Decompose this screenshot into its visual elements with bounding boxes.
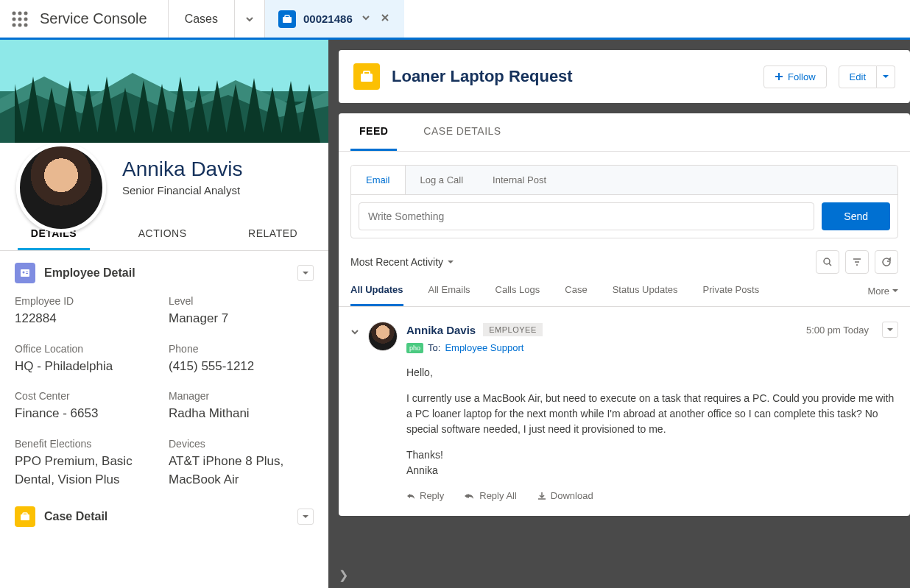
- briefcase-icon: [353, 63, 380, 90]
- field-value: AT&T iPhone 8 Plus, MacBook Air: [169, 453, 314, 489]
- svg-point-4: [18, 17, 22, 21]
- feed-filter-button[interactable]: [845, 250, 869, 274]
- filter-more[interactable]: More: [867, 284, 898, 306]
- to-label: To:: [428, 342, 440, 353]
- nav-item-cases[interactable]: Cases: [169, 0, 235, 38]
- feed-post: Annika Davis EMPLOYEE 5:00 pm Today pho …: [339, 307, 910, 516]
- triangle-down-icon: [883, 74, 889, 79]
- field-value: Radha Mithani: [169, 405, 314, 423]
- svg-point-2: [24, 11, 28, 15]
- post-badge: EMPLOYEE: [483, 323, 543, 336]
- download-icon: [537, 492, 546, 500]
- reply-all-button[interactable]: Reply All: [465, 490, 517, 501]
- edit-button[interactable]: Edit: [839, 65, 877, 88]
- field-value: HQ - Philadelphia: [15, 358, 160, 376]
- case-header-card: Loaner Laptop Request Follow Edit: [339, 50, 910, 103]
- post-time: 5:00 pm Today: [806, 325, 869, 336]
- panel-title: Case Detail: [44, 510, 289, 523]
- field-label: Phone: [169, 343, 314, 355]
- tab-actions[interactable]: ACTIONS: [125, 219, 200, 250]
- field-label: Manager: [169, 390, 314, 402]
- tab-feed[interactable]: FEED: [350, 113, 397, 151]
- chevron-down-icon: [245, 15, 254, 24]
- contact-card-icon: [15, 263, 35, 283]
- filter-calls-logs[interactable]: Calls Logs: [495, 284, 540, 306]
- app-launcher-icon[interactable]: [0, 0, 40, 38]
- triangle-down-icon: [448, 259, 454, 265]
- app-title: Service Console: [40, 0, 169, 38]
- feed-refresh-button[interactable]: [875, 250, 898, 274]
- composer-tab-email[interactable]: Email: [351, 166, 406, 194]
- person-name: Annika Davis: [122, 157, 328, 181]
- field-value: PPO Premium, Basic Dental, Vision Plus: [15, 453, 160, 489]
- to-recipient-link[interactable]: Employee Support: [445, 342, 523, 353]
- post-body: I currently use a MacBook Air, but need …: [406, 391, 898, 437]
- tab-case-details[interactable]: CASE DETAILS: [415, 113, 509, 151]
- reply-all-icon: [465, 492, 475, 500]
- filter-case[interactable]: Case: [565, 284, 587, 306]
- svg-point-1: [18, 11, 22, 15]
- chevron-down-icon: [361, 13, 370, 22]
- reply-icon: [406, 492, 415, 500]
- case-detail-panel: Case Detail: [0, 492, 328, 542]
- send-button[interactable]: Send: [822, 202, 890, 230]
- right-panel: Loaner Laptop Request Follow Edit FEED C…: [328, 40, 910, 588]
- follow-label: Follow: [788, 71, 816, 82]
- follow-button[interactable]: Follow: [763, 65, 827, 88]
- filter-icon: [852, 257, 862, 267]
- tab-dropdown[interactable]: [360, 13, 372, 24]
- field-label: Level: [169, 295, 314, 307]
- field-label: Devices: [169, 438, 314, 450]
- field-label: Cost Center: [15, 390, 160, 402]
- search-icon: [822, 257, 833, 267]
- field-value: (415) 555-1212: [169, 358, 314, 376]
- svg-point-5: [24, 17, 28, 21]
- filter-all-updates[interactable]: All Updates: [350, 284, 403, 306]
- briefcase-icon: [15, 506, 35, 527]
- svg-point-3: [13, 17, 16, 21]
- feed-search-button[interactable]: [816, 250, 839, 274]
- sort-label: Most Recent Activity: [350, 256, 443, 268]
- svg-rect-19: [364, 71, 370, 74]
- svg-rect-10: [285, 15, 289, 18]
- triangle-down-icon: [303, 514, 308, 520]
- post-menu[interactable]: [882, 322, 898, 338]
- next-item-button[interactable]: ❯: [339, 568, 348, 582]
- left-panel: Annika Davis Senior Financial Analyst DE…: [0, 40, 328, 588]
- svg-rect-12: [21, 269, 29, 277]
- post-avatar: [368, 322, 398, 351]
- filter-all-emails[interactable]: All Emails: [428, 284, 470, 306]
- field-label: Office Location: [15, 343, 160, 355]
- post-greeting: Hello,: [406, 365, 898, 380]
- svg-point-6: [13, 23, 16, 26]
- close-icon: [381, 13, 389, 22]
- plus-icon: [775, 72, 783, 81]
- edit-dropdown[interactable]: [877, 65, 895, 88]
- composer-tab-internal-post[interactable]: Internal Post: [478, 166, 561, 194]
- composer-tab-log-call[interactable]: Log a Call: [406, 166, 479, 194]
- field-label: Benefit Elections: [15, 438, 160, 450]
- panel-menu[interactable]: [297, 509, 314, 525]
- workspace-tab[interactable]: 00021486: [265, 0, 404, 38]
- filter-status-updates[interactable]: Status Updates: [613, 284, 678, 306]
- tab-close[interactable]: [379, 13, 391, 24]
- reply-button[interactable]: Reply: [406, 490, 444, 501]
- post-author: Annika Davis: [406, 324, 476, 336]
- sort-button[interactable]: Most Recent Activity: [350, 256, 454, 268]
- filter-private-posts[interactable]: Private Posts: [703, 284, 760, 306]
- panel-menu[interactable]: [297, 265, 314, 281]
- composer: Email Log a Call Internal Post Send: [350, 165, 898, 238]
- tab-related[interactable]: RELATED: [235, 219, 311, 250]
- chevron-down-icon: [350, 327, 359, 336]
- nav-item-cases-dropdown[interactable]: [235, 0, 265, 38]
- triangle-down-icon: [887, 327, 893, 333]
- refresh-icon: [881, 257, 892, 267]
- svg-point-0: [13, 11, 16, 15]
- field-value: 122884: [15, 310, 160, 328]
- person-role: Senior Financial Analyst: [122, 184, 328, 196]
- post-thanks: Thanks!: [406, 447, 898, 463]
- download-button[interactable]: Download: [537, 490, 593, 501]
- composer-input[interactable]: [359, 202, 814, 230]
- svg-rect-14: [26, 272, 28, 272]
- post-collapse[interactable]: [350, 322, 359, 501]
